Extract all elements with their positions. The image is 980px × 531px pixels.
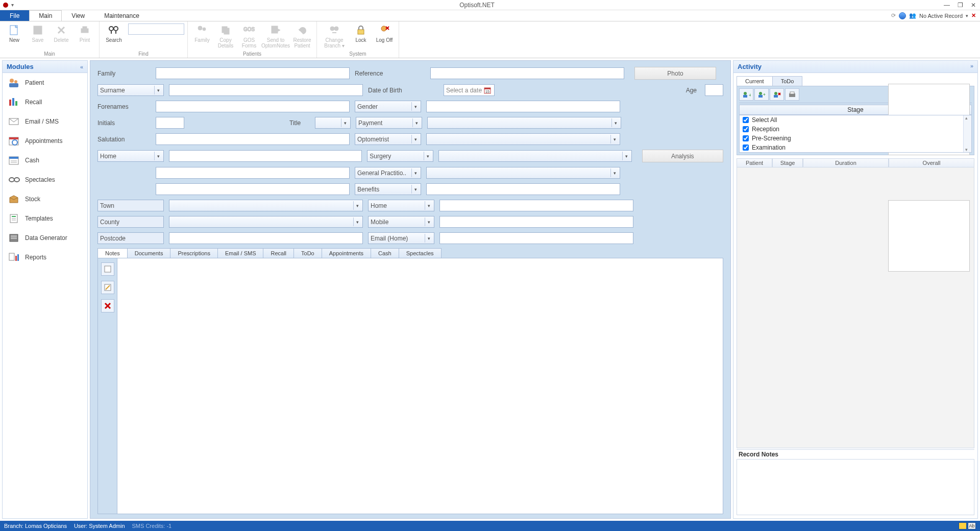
help-icon[interactable] — [899, 12, 906, 19]
family-button[interactable]: Family — [191, 22, 213, 43]
email-home-input[interactable] — [439, 232, 633, 244]
delete-note-button[interactable] — [101, 299, 114, 312]
col-patient[interactable]: Patient — [737, 158, 772, 167]
county-input[interactable] — [169, 216, 363, 228]
close-record-icon[interactable]: ✕ — [971, 12, 976, 19]
sync-icon[interactable]: ⟳ — [891, 12, 896, 19]
photo-button[interactable]: Photo — [634, 67, 716, 80]
logoff-button[interactable]: Log Off — [373, 22, 396, 43]
analysis-button[interactable]: Analysis — [642, 150, 723, 162]
mobile-dropdown[interactable]: Mobile — [368, 216, 434, 228]
tab-appointments[interactable]: Appointments — [322, 248, 371, 258]
module-data-generator[interactable]: Data Generator — [3, 228, 87, 248]
surgery-dropdown[interactable]: Surgery — [367, 150, 433, 162]
col-stage[interactable]: Stage — [772, 158, 803, 167]
optometrist-value[interactable] — [426, 133, 620, 145]
title-dropdown[interactable] — [315, 117, 351, 129]
town-input[interactable] — [169, 200, 363, 211]
check-prescreening[interactable]: Pre-Screening — [740, 134, 971, 143]
new-note-button[interactable] — [101, 262, 114, 276]
surgery-value[interactable] — [438, 150, 632, 162]
module-cash[interactable]: Cash — [3, 151, 87, 170]
module-spectacles[interactable]: Spectacles — [3, 170, 87, 189]
delete-button[interactable]: Delete — [50, 22, 72, 43]
gender-dropdown[interactable]: Gender — [355, 101, 421, 112]
print-button[interactable]: Print — [74, 22, 96, 43]
initials-input[interactable] — [156, 117, 184, 129]
tab-main[interactable]: Main — [29, 10, 62, 21]
gender-value[interactable] — [426, 101, 620, 112]
forenames-input[interactable] — [156, 101, 350, 112]
tab-spectacles[interactable]: Spectacles — [399, 248, 442, 258]
phone-home-input[interactable] — [439, 200, 633, 211]
close-button[interactable]: ✕ — [967, 2, 980, 9]
phone-home-dropdown[interactable]: Home — [368, 200, 434, 211]
family-input[interactable] — [156, 67, 350, 79]
module-email-sms[interactable]: Email / SMS — [3, 112, 87, 131]
minimize-button[interactable]: — — [940, 2, 953, 9]
postcode-input[interactable] — [169, 232, 363, 244]
edit-note-button[interactable] — [101, 281, 114, 294]
module-stock[interactable]: Stock — [3, 189, 87, 209]
module-templates[interactable]: Templates — [3, 209, 87, 228]
status-indicator-1[interactable] — [959, 522, 967, 529]
save-button[interactable]: Save — [27, 22, 49, 43]
tab-recall[interactable]: Recall — [263, 248, 294, 258]
add-patient-icon[interactable]: + — [739, 88, 753, 101]
new-button[interactable]: New — [3, 22, 26, 43]
tab-documents[interactable]: Documents — [127, 248, 171, 258]
checklist-scrollbar[interactable] — [963, 115, 971, 152]
tab-cash[interactable]: Cash — [371, 248, 399, 258]
email-home-dropdown[interactable]: Email (Home) — [368, 232, 434, 244]
module-recall[interactable]: Recall — [3, 92, 87, 112]
address1-input[interactable] — [169, 150, 362, 162]
copy-details-button[interactable]: Copy Details — [214, 22, 237, 49]
salutation-input[interactable] — [156, 133, 350, 145]
benefits-value[interactable] — [426, 183, 620, 195]
module-appointments[interactable]: Appointments — [3, 131, 87, 151]
check-reception[interactable]: Reception — [740, 125, 971, 134]
modules-collapse-icon[interactable]: « — [80, 64, 83, 70]
addrtype-dropdown[interactable]: Home — [97, 150, 164, 162]
address2-input[interactable] — [156, 167, 350, 179]
tab-prescriptions[interactable]: Prescriptions — [170, 248, 218, 258]
change-branch-button[interactable]: Change Branch ▾ — [320, 22, 349, 49]
tab-maintenance[interactable]: Maintenance — [94, 10, 149, 21]
payment-value[interactable] — [427, 117, 621, 129]
tab-notes[interactable]: Notes — [97, 248, 128, 258]
payment-dropdown[interactable]: Payment — [356, 117, 422, 129]
module-reports[interactable]: Reports — [3, 248, 87, 267]
tab-todo[interactable]: ToDo — [293, 248, 322, 258]
module-patient[interactable]: Patient — [3, 73, 87, 92]
remove-patient-icon[interactable] — [770, 88, 784, 101]
status-indicator-2[interactable]: Ab — [968, 522, 976, 529]
send-optomnotes-button[interactable]: Send to OptomNotes — [261, 22, 290, 49]
optometrist-dropdown[interactable]: Optometrist — [355, 133, 421, 145]
restore-patient-button[interactable]: Restore Patient — [291, 22, 313, 49]
gp-value[interactable] — [426, 167, 620, 179]
mobile-input[interactable] — [439, 216, 633, 228]
surname-type-dropdown[interactable]: Surname — [97, 84, 164, 96]
activity-tab-todo[interactable]: ToDo — [772, 76, 803, 86]
gos-forms-button[interactable]: GOSGOS Forms — [238, 22, 260, 49]
col-duration[interactable]: Duration — [803, 158, 889, 167]
tab-view[interactable]: View — [62, 10, 94, 21]
tab-file[interactable]: File — [0, 10, 29, 21]
move-patient-icon[interactable] — [754, 88, 769, 101]
record-notes-body[interactable] — [737, 459, 974, 515]
check-examination[interactable]: Examination — [740, 143, 971, 152]
tab-email-sms[interactable]: Email / SMS — [217, 248, 264, 258]
activity-tab-current[interactable]: Current — [737, 76, 773, 86]
activity-expand-icon[interactable]: » — [970, 63, 973, 70]
col-overall[interactable]: Overall — [889, 158, 974, 167]
surname-input[interactable] — [169, 84, 363, 96]
reference-input[interactable] — [430, 67, 624, 79]
gp-dropdown[interactable]: General Practitio.. — [355, 167, 421, 179]
active-record-label[interactable]: No Active Record — [919, 13, 963, 19]
search-input[interactable] — [128, 23, 184, 35]
benefits-dropdown[interactable]: Benefits — [355, 183, 421, 195]
print-activity-icon[interactable] — [785, 88, 799, 101]
dob-picker[interactable]: Select a date15 — [444, 84, 495, 96]
address3-input[interactable] — [156, 183, 350, 195]
lock-button[interactable]: Lock — [350, 22, 372, 43]
